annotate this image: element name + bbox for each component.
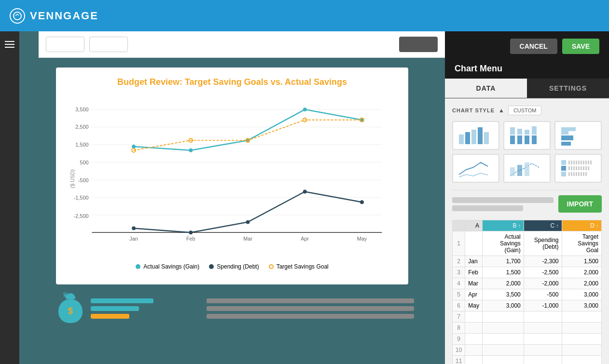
cell-b[interactable]: 1,500 [483, 267, 524, 278]
svg-rect-43 [484, 132, 489, 144]
save-button[interactable]: SAVE [562, 39, 599, 54]
cell-d[interactable]: 2,000 [562, 278, 601, 289]
progress-bar-gray-3 [207, 314, 414, 319]
cell-a[interactable] [465, 345, 483, 356]
cell-d[interactable]: 2,000 [562, 267, 601, 278]
cell-a[interactable]: Apr [465, 289, 483, 300]
cell-c[interactable] [524, 334, 562, 345]
table-row[interactable]: 3Feb1,500-2,5002,000 [453, 267, 602, 278]
cell-c[interactable] [524, 311, 562, 323]
cell-b[interactable] [483, 334, 524, 345]
toolbar-btn-dark[interactable] [399, 37, 438, 52]
import-area: IMPORT [452, 195, 602, 213]
cell-b[interactable]: 3,500 [483, 289, 524, 300]
table-row[interactable]: 9 [453, 334, 602, 345]
tab-settings[interactable]: SETTINGS [527, 79, 609, 98]
cell-c[interactable] [524, 345, 562, 356]
row-number: 3 [453, 267, 465, 278]
cell-b[interactable]: Actual Savings (Gain) [483, 231, 524, 256]
col-header-b[interactable]: B ↑ [483, 220, 524, 231]
row-number: 6 [453, 300, 465, 311]
tab-data[interactable]: DATA [445, 79, 527, 98]
row-number: 11 [453, 356, 465, 364]
cell-c[interactable]: -2,300 [524, 256, 562, 267]
data-table: A B ↑ C ↑ D ↑ 1Actual Savings (Gain)Spen… [452, 220, 602, 364]
cell-a[interactable]: May [465, 300, 483, 311]
chart-type-item-3[interactable] [554, 121, 602, 150]
cell-b[interactable]: 3,000 [483, 300, 524, 311]
cell-d[interactable]: 3,000 [562, 300, 601, 311]
svg-rect-54 [561, 127, 576, 131]
svg-rect-40 [465, 132, 470, 144]
menu-button[interactable] [5, 41, 14, 48]
cell-d[interactable]: Target Savings Goal [562, 231, 601, 256]
chart-type-item-5[interactable] [503, 154, 551, 183]
chart-style-label: CHART STYLE [452, 108, 495, 113]
panel-header-buttons: CANCEL SAVE [510, 39, 599, 54]
table-row[interactable]: 10 [453, 345, 602, 356]
cell-c[interactable]: -2,500 [524, 267, 562, 278]
table-row[interactable]: 5Apr3,500-5003,000 [453, 289, 602, 300]
cell-a[interactable] [465, 323, 483, 334]
svg-text:May: May [357, 236, 367, 242]
cell-a[interactable]: Jan [465, 256, 483, 267]
table-row[interactable]: 4Mar2,000-2,0002,000 [453, 278, 602, 289]
legend-dot-spending [209, 264, 214, 269]
progress-bar-teal-1 [91, 298, 153, 303]
table-row[interactable]: 6May3,000-1,0003,000 [453, 300, 602, 311]
svg-point-29 [132, 226, 136, 230]
cell-d[interactable] [562, 334, 601, 345]
cell-d[interactable]: 3,000 [562, 289, 601, 300]
cell-c[interactable]: Spending (Debt) [524, 231, 562, 256]
cell-a[interactable]: Mar [465, 278, 483, 289]
chart-type-item-4[interactable] [452, 154, 499, 183]
cell-c[interactable]: -500 [524, 289, 562, 300]
chart-type-item-6[interactable] [554, 154, 602, 183]
svg-text:Jan: Jan [129, 236, 138, 242]
table-row[interactable]: 1Actual Savings (Gain)Spending (Debt)Tar… [453, 231, 602, 256]
cell-a[interactable] [465, 311, 483, 323]
legend-item-target: Target Savings Goal [269, 263, 329, 270]
cell-b[interactable] [483, 311, 524, 323]
cell-b[interactable]: 2,000 [483, 278, 524, 289]
cell-b[interactable]: 1,700 [483, 256, 524, 267]
cell-a[interactable] [465, 334, 483, 345]
cell-b[interactable] [483, 345, 524, 356]
cell-d[interactable] [562, 323, 601, 334]
table-row[interactable]: 2Jan1,700-2,3001,500 [453, 256, 602, 267]
svg-text:3,500: 3,500 [75, 107, 88, 112]
cell-a[interactable]: Feb [465, 267, 483, 278]
cell-b[interactable] [483, 356, 524, 364]
toolbar-btn1[interactable] [46, 37, 84, 52]
cell-d[interactable] [562, 356, 601, 364]
cell-c[interactable] [524, 323, 562, 334]
table-row[interactable]: 7 [453, 311, 602, 323]
cell-d[interactable] [562, 345, 601, 356]
chart-type-item-2[interactable] [503, 121, 551, 150]
cell-a[interactable] [465, 356, 483, 364]
svg-rect-50 [532, 126, 537, 135]
import-bar-long [452, 197, 554, 203]
cell-c[interactable]: -2,000 [524, 278, 562, 289]
table-row[interactable]: 11 [453, 356, 602, 364]
toolbar-btn2[interactable] [89, 37, 128, 52]
col-header-d[interactable]: D ↑ [562, 220, 601, 231]
bag-dollar-sign: $ [68, 306, 73, 316]
chart-title: Budget Review: Target Saving Goals vs. A… [70, 77, 394, 87]
cell-a[interactable] [465, 231, 483, 256]
chart-type-item-1[interactable] [452, 121, 499, 150]
svg-rect-45 [510, 135, 515, 144]
bag-body: $ [58, 299, 83, 323]
table-container[interactable]: A B ↑ C ↑ D ↑ 1Actual Savings (Gain)Spen… [452, 220, 602, 364]
table-row[interactable]: 8 [453, 323, 602, 334]
cell-c[interactable]: -1,000 [524, 300, 562, 311]
chart-style-arrow-icon: ▲ [498, 107, 504, 114]
cell-b[interactable] [483, 323, 524, 334]
cell-c[interactable] [524, 356, 562, 364]
cell-d[interactable] [562, 311, 601, 323]
chart-card[interactable]: Budget Review: Target Saving Goals vs. A… [56, 67, 408, 284]
import-button[interactable]: IMPORT [558, 195, 602, 213]
cell-d[interactable]: 1,500 [562, 256, 601, 267]
col-header-c[interactable]: C ↑ [524, 220, 562, 231]
cancel-button[interactable]: CANCEL [510, 39, 557, 54]
